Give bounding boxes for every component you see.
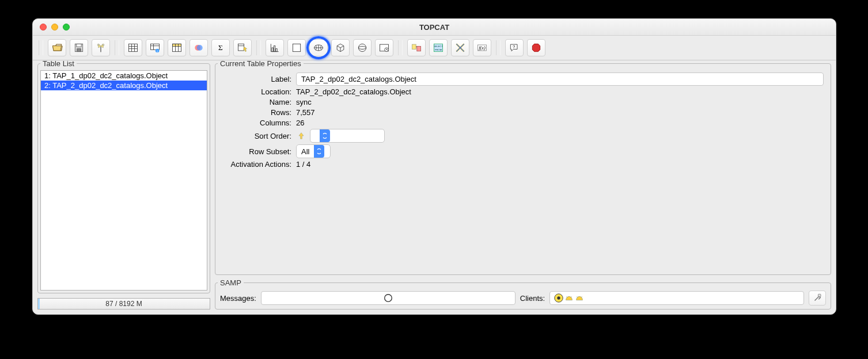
- svg-point-35: [557, 296, 560, 299]
- properties-legend: Current Table Properties: [218, 59, 304, 68]
- sphere-plot-button[interactable]: [353, 39, 372, 56]
- samp-connect-button[interactable]: [809, 291, 826, 305]
- table-columns-button[interactable]: [168, 39, 186, 56]
- match-tables-icon: [411, 42, 422, 54]
- svg-rect-1: [77, 44, 81, 47]
- histogram-button[interactable]: [266, 39, 284, 56]
- table-info-button[interactable]: i: [146, 39, 164, 56]
- dropdown-chevron-icon: [314, 145, 324, 158]
- svg-point-20: [358, 44, 366, 51]
- samp-clients-label: Clients:: [520, 294, 545, 303]
- table-list-item[interactable]: 1: TAP_1_dp02_dc2_catalogs.Object: [41, 71, 207, 81]
- functions-icon: f(x): [476, 42, 488, 54]
- svg-rect-14: [238, 44, 244, 51]
- activation-field-label: Activation Actions:: [222, 160, 291, 169]
- time-plot-button[interactable]: [375, 39, 393, 56]
- name-field-label: Name:: [222, 98, 291, 106]
- svg-text:SELECT: SELECT: [434, 45, 444, 48]
- svg-rect-5: [129, 44, 138, 51]
- toolbar-separator: [39, 40, 43, 55]
- samp-clients-box: [549, 291, 804, 305]
- memory-meter: 87 / 8192 M: [37, 298, 210, 310]
- table-list-box[interactable]: 1: TAP_1_dp02_dc2_catalogs.Object 2: TAP…: [40, 70, 207, 291]
- cross-match-icon: [454, 42, 466, 54]
- svg-text:?: ?: [513, 44, 515, 49]
- window-controls: [40, 24, 70, 30]
- svg-rect-10: [173, 44, 181, 46]
- sort-direction-toggle[interactable]: [296, 131, 306, 141]
- sky-plot-button[interactable]: [309, 39, 328, 56]
- left-column: Table List 1: TAP_1_dp02_dc2_catalogs.Ob…: [37, 59, 210, 310]
- svg-rect-25: [417, 47, 421, 51]
- table-view-button[interactable]: [124, 39, 142, 56]
- row-subset-select[interactable]: All: [296, 144, 331, 158]
- minimize-window-button[interactable]: [51, 24, 58, 30]
- zoom-window-button[interactable]: [63, 24, 70, 30]
- dropdown-chevron-icon: [320, 129, 330, 142]
- open-folder-button[interactable]: [48, 39, 66, 56]
- label-input[interactable]: [296, 72, 824, 86]
- tap-button[interactable]: SELECTFROM: [429, 39, 448, 56]
- memory-label: 87 / 8192 M: [105, 300, 142, 308]
- stats-icon: Σ: [215, 42, 226, 54]
- samp-panel: SAMP Messages: Clients:: [215, 278, 831, 310]
- location-value: TAP_2_dp02_dc2_catalogs.Object: [296, 87, 411, 96]
- svg-point-33: [385, 295, 392, 302]
- help-button[interactable]: ?: [505, 39, 524, 56]
- save-button[interactable]: [70, 39, 88, 56]
- svg-point-21: [358, 47, 366, 49]
- table-columns-icon: [171, 42, 183, 54]
- sort-field-label: Sort Order:: [222, 132, 291, 140]
- time-plot-icon: [378, 42, 390, 54]
- sphere-plot-icon: [357, 42, 368, 54]
- samp-client-topcat-icon: [574, 293, 585, 303]
- svg-rect-16: [274, 46, 275, 52]
- titlebar: TOPCAT: [33, 19, 836, 36]
- svg-rect-18: [293, 44, 300, 51]
- location-field-label: Location:: [222, 87, 291, 96]
- close-window-button[interactable]: [40, 24, 47, 30]
- svg-rect-36: [818, 294, 821, 297]
- sort-column-select[interactable]: [310, 129, 385, 143]
- cube-plot-button[interactable]: [331, 39, 350, 56]
- toolbar-separator: [256, 40, 261, 55]
- svg-text:FROM: FROM: [435, 48, 442, 51]
- plane-plot-button[interactable]: [287, 39, 306, 56]
- main-toolbar: i Σ: [33, 36, 836, 60]
- subset-field-label: Row Subset:: [222, 147, 291, 156]
- app-window: TOPCAT i Σ: [32, 18, 836, 315]
- activation-icon: [237, 42, 248, 54]
- svg-text:i: i: [157, 49, 158, 53]
- row-subset-value: All: [301, 147, 309, 156]
- stats-button[interactable]: Σ: [211, 39, 230, 56]
- samp-legend: SAMP: [218, 278, 244, 287]
- cross-match-button[interactable]: [451, 39, 469, 56]
- broadcast-icon: [95, 42, 107, 54]
- samp-client-topcat-icon: [564, 293, 574, 303]
- broadcast-button[interactable]: [92, 39, 110, 56]
- activation-button[interactable]: [233, 39, 252, 56]
- rows-field-label: Rows:: [222, 108, 291, 117]
- svg-rect-17: [276, 49, 278, 52]
- table-list-legend: Table List: [40, 59, 77, 68]
- table-list-panel: Table List 1: TAP_1_dp02_dc2_catalogs.Ob…: [37, 59, 210, 293]
- table-list-item[interactable]: 2: TAP_2_dp02_dc2_catalogs.Object: [41, 81, 207, 90]
- main-content: Table List 1: TAP_1_dp02_dc2_catalogs.Ob…: [37, 59, 831, 310]
- label-field-label: Label:: [222, 75, 291, 83]
- right-column: Current Table Properties Label: Location…: [215, 59, 831, 310]
- functions-button[interactable]: f(x): [473, 39, 491, 56]
- subsets-button[interactable]: [189, 39, 208, 56]
- samp-messages-box: [261, 291, 516, 305]
- columns-field-label: Columns:: [222, 119, 291, 127]
- histogram-icon: [269, 42, 281, 54]
- plug-icon: [812, 293, 822, 303]
- match-tables-button[interactable]: [407, 39, 426, 56]
- rows-value: 7,557: [296, 108, 315, 117]
- svg-rect-6: [151, 44, 160, 49]
- stop-icon: [530, 42, 542, 54]
- subsets-icon: [193, 42, 204, 54]
- svg-text:Σ: Σ: [218, 43, 223, 52]
- save-icon: [73, 42, 85, 54]
- toolbar-separator: [398, 40, 403, 55]
- stop-button[interactable]: [527, 39, 545, 56]
